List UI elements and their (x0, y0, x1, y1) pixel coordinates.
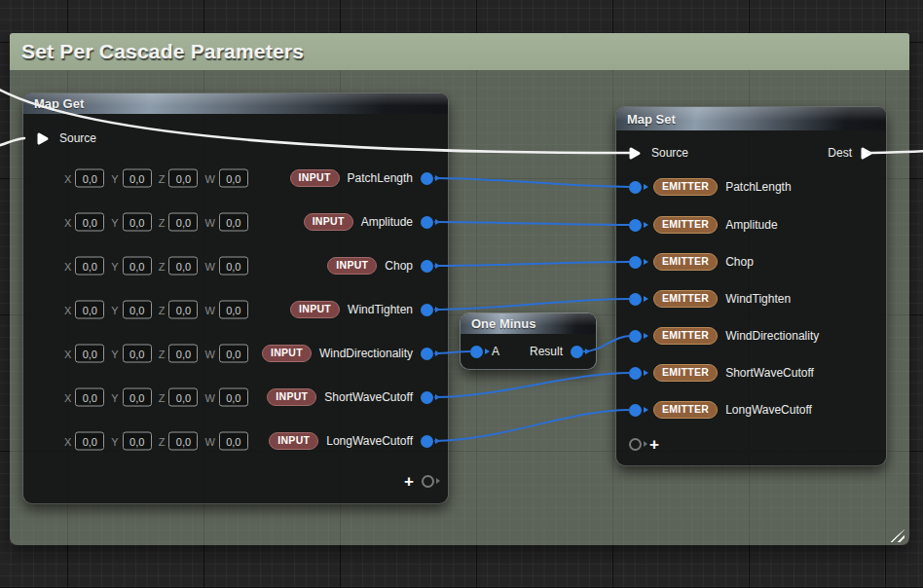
vector-w-label: W (204, 216, 214, 228)
map-get-source-row: Source (23, 127, 448, 150)
input-badge: INPUT (290, 169, 340, 187)
source-exec-pin-icon[interactable] (36, 131, 50, 146)
vector-default-inputs: X0,0 Y0,0 Z0,0 W0,0 (64, 213, 248, 232)
amplitude-output-pin[interactable] (421, 216, 433, 229)
vector-w-input[interactable]: 0,0 (219, 213, 248, 232)
map-get-row-patchlength: X0,0 Y0,0 Z0,0 W0,0 INPUT PatchLength (23, 166, 448, 190)
vector-w-input[interactable]: 0,0 (219, 169, 248, 188)
source-pin-label: Source (651, 146, 688, 160)
vector-w-label: W (204, 435, 214, 447)
add-pin-button[interactable]: + (404, 475, 414, 488)
longwavecutoff-input-pin[interactable] (629, 404, 642, 417)
chop-input-pin[interactable] (629, 256, 642, 269)
vector-w-input[interactable]: 0,0 (219, 345, 248, 363)
shortwavecutoff-input-pin[interactable] (629, 367, 642, 380)
vector-y-label: Y (111, 391, 118, 403)
vector-y-input[interactable]: 0,0 (123, 301, 152, 319)
emitter-badge: EMITTER (653, 253, 718, 271)
shortwavecutoff-output-pin[interactable] (421, 391, 433, 404)
vector-y-label: Y (111, 260, 118, 272)
vector-w-label: W (204, 391, 214, 403)
one-minus-header[interactable]: One Minus (461, 313, 596, 334)
map-get-footer: + (23, 469, 448, 493)
vector-w-input[interactable]: 0,0 (219, 388, 248, 407)
vector-x-label: X (64, 260, 71, 272)
node-map-set[interactable]: Map Set Source Dest EMITTER PatchLength (616, 107, 886, 465)
longwavecutoff-output-pin[interactable] (421, 435, 433, 448)
vector-w-input[interactable]: 0,0 (219, 257, 248, 276)
winddirectionality-input-pin[interactable] (629, 330, 642, 343)
pin-label-amplitude: Amplitude (361, 215, 413, 229)
vector-default-inputs: X0,0 Y0,0 Z0,0 W0,0 (64, 432, 248, 451)
pin-label-winddirectionality: WindDirectionality (725, 329, 819, 343)
vector-z-input[interactable]: 0,0 (168, 345, 198, 363)
vector-x-input[interactable]: 0,0 (75, 169, 104, 188)
vector-x-input[interactable]: 0,0 (75, 432, 104, 451)
comment-header[interactable]: Set Per Cascade Parameters (10, 33, 909, 70)
vector-z-input[interactable]: 0,0 (168, 257, 198, 276)
pin-label-winddirectionality: WindDirectionality (319, 347, 413, 360)
vector-y-label: Y (111, 304, 118, 315)
vector-x-input[interactable]: 0,0 (75, 388, 104, 407)
vector-z-input[interactable]: 0,0 (168, 213, 198, 232)
pin-label-chop: Chop (725, 255, 754, 269)
vector-y-input[interactable]: 0,0 (123, 257, 152, 276)
pin-label-patchlength: PatchLength (725, 180, 791, 194)
vector-x-label: X (64, 348, 71, 359)
vector-x-input[interactable]: 0,0 (75, 301, 104, 319)
result-output-pin[interactable] (571, 346, 583, 358)
input-badge: INPUT (267, 388, 316, 406)
add-pin-button[interactable]: + (649, 438, 659, 451)
vector-x-label: X (64, 304, 71, 315)
vector-x-input[interactable]: 0,0 (75, 213, 104, 232)
map-get-header[interactable]: Map Get (23, 93, 448, 114)
vector-y-input[interactable]: 0,0 (123, 213, 152, 232)
chop-output-pin[interactable] (421, 260, 433, 273)
map-set-row-winddirectionality: EMITTER WindDirectionality (616, 324, 886, 348)
one-minus-a-input-pin[interactable] (470, 346, 483, 358)
vector-x-label: X (64, 172, 71, 184)
patchlength-input-pin[interactable] (629, 181, 642, 194)
vector-w-input[interactable]: 0,0 (219, 301, 248, 319)
patchlength-output-pin[interactable] (421, 172, 433, 185)
vector-y-input[interactable]: 0,0 (123, 432, 152, 451)
vector-default-inputs: X0,0 Y0,0 Z0,0 W0,0 (64, 345, 248, 363)
pin-label-shortwavecutoff: ShortWaveCutoff (324, 390, 413, 404)
vector-x-label: X (64, 216, 71, 228)
vector-x-input[interactable]: 0,0 (75, 257, 104, 276)
node-map-get[interactable]: Map Get Source X0,0 Y0,0 Z0,0 W0,0 INPUT… (23, 93, 448, 503)
map-set-row-patchlength: EMITTER PatchLength (616, 175, 886, 199)
pin-label-amplitude: Amplitude (725, 218, 777, 232)
map-set-header[interactable]: Map Set (616, 107, 886, 130)
map-set-row-amplitude: EMITTER Amplitude (616, 213, 886, 237)
amplitude-input-pin[interactable] (629, 219, 642, 232)
vector-z-label: Z (159, 260, 166, 272)
vector-z-input[interactable]: 0,0 (168, 432, 198, 451)
add-output-pin-icon[interactable] (422, 475, 434, 488)
vector-w-input[interactable]: 0,0 (219, 432, 248, 451)
map-get-title: Map Get (34, 96, 84, 111)
dest-exec-pin-icon[interactable] (860, 146, 873, 161)
vector-y-input[interactable]: 0,0 (123, 169, 152, 188)
windtighten-input-pin[interactable] (629, 293, 642, 306)
vector-z-label: Z (159, 216, 166, 228)
vector-y-input[interactable]: 0,0 (123, 388, 152, 407)
windtighten-output-pin[interactable] (421, 304, 433, 316)
source-exec-pin-icon[interactable] (628, 146, 642, 161)
winddirectionality-output-pin[interactable] (421, 348, 433, 360)
result-pin-label: Result (530, 345, 563, 358)
vector-z-label: Z (159, 172, 166, 184)
input-badge: INPUT (262, 345, 312, 362)
vector-x-input[interactable]: 0,0 (75, 345, 104, 363)
vector-z-input[interactable]: 0,0 (168, 388, 198, 407)
node-one-minus[interactable]: One Minus A Result (461, 313, 596, 369)
vector-z-input[interactable]: 0,0 (168, 301, 198, 319)
add-input-pin-icon[interactable] (629, 438, 642, 451)
vector-z-label: Z (159, 391, 166, 403)
map-set-source-dest-row: Source Dest (616, 141, 886, 165)
vector-y-input[interactable]: 0,0 (123, 345, 152, 363)
map-get-row-shortwavecutoff: X0,0 Y0,0 Z0,0 W0,0 INPUT ShortWaveCutof… (23, 386, 448, 409)
blueprint-graph-canvas[interactable]: Set Per Cascade Parameters Map Get Sourc… (0, 0, 923, 588)
pin-label-longwavecutoff: LongWaveCutoff (725, 403, 812, 417)
vector-z-input[interactable]: 0,0 (168, 169, 198, 188)
